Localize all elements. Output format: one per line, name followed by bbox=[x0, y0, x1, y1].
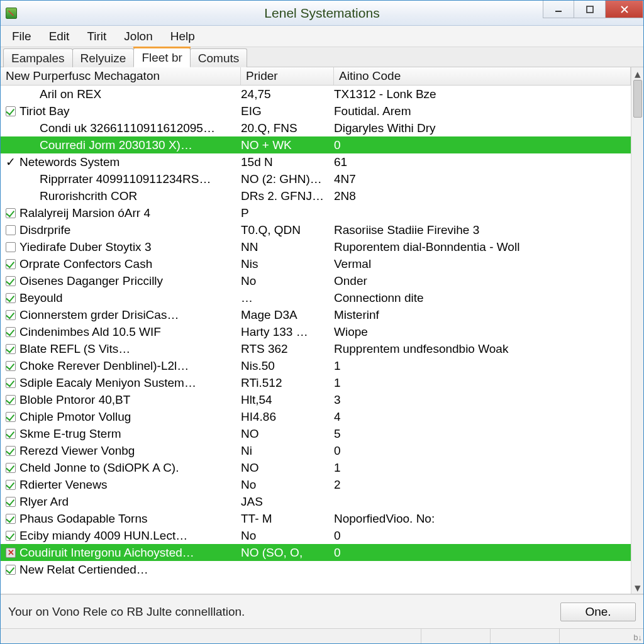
checkmark-icon[interactable] bbox=[6, 480, 16, 490]
table-row[interactable]: Oisenes Daganger PriccillyNoOnder bbox=[1, 272, 631, 289]
checkmark-icon[interactable] bbox=[6, 106, 16, 116]
table-row[interactable]: Skme E-trug StermNO5 bbox=[1, 425, 631, 442]
checkmark-icon[interactable] bbox=[6, 344, 16, 354]
cell-prider: No bbox=[241, 274, 334, 288]
column-header-0[interactable]: New Purperfusc Mechagaton bbox=[1, 67, 241, 85]
table-row[interactable]: Coudiruit Intergonu Aichoysted…NO (SO, O… bbox=[1, 544, 631, 561]
table-row[interactable]: Courredi Jorm 2030130 X)…NO + WK0 bbox=[1, 136, 631, 153]
menu-edit[interactable]: Edit bbox=[40, 26, 79, 47]
cell-name: Aril on REX bbox=[1, 87, 241, 101]
menu-jolon[interactable]: Jolon bbox=[115, 26, 161, 47]
cell-name: Courredi Jorm 2030130 X)… bbox=[1, 138, 241, 152]
checkmark-icon[interactable] bbox=[6, 463, 16, 473]
table-row[interactable]: Aril on REX24,75TX1312 - Lonk Bze bbox=[1, 86, 631, 103]
table-row[interactable]: Cindenimbes Ald 10.5 WIFHarty 133 …Wiope bbox=[1, 323, 631, 340]
table-row[interactable]: Beyould…Connectionn dite bbox=[1, 289, 631, 306]
checkmark-icon[interactable] bbox=[6, 208, 16, 218]
column-header-1[interactable]: Prider bbox=[241, 67, 334, 85]
error-icon[interactable] bbox=[6, 548, 16, 558]
resize-grip-icon[interactable]: b↓ bbox=[628, 629, 643, 643]
checkbox-empty[interactable] bbox=[6, 225, 16, 235]
checkmark-icon: ✓ bbox=[6, 155, 16, 169]
table-row[interactable]: Rlyer ArdJAS bbox=[1, 493, 631, 510]
checkmark-icon[interactable] bbox=[6, 497, 16, 507]
row-label: Chiple Pmotor Vollug bbox=[19, 410, 131, 424]
cell-aitino: 2N8 bbox=[334, 189, 631, 203]
table-row[interactable]: Condi uk 32661110911612095…20.Q, FNSDiga… bbox=[1, 119, 631, 136]
menubar: FileEditTiritJolonHelp bbox=[1, 26, 643, 47]
row-label: Sdiple Eacaly Meniyon Sustem… bbox=[19, 376, 196, 390]
checkmark-icon[interactable] bbox=[6, 378, 16, 388]
checkbox-empty[interactable] bbox=[6, 242, 16, 252]
cell-aitino: Wiope bbox=[334, 325, 631, 339]
scroll-down-icon[interactable]: ▾ bbox=[631, 581, 643, 594]
cell-prider: HI4.86 bbox=[241, 410, 334, 424]
table-row[interactable]: Yiedirafe Duber Stoytix 3NNRuporentem di… bbox=[1, 238, 631, 255]
checkmark-icon[interactable] bbox=[6, 565, 16, 575]
cell-prider: RTS 362 bbox=[241, 342, 334, 356]
cell-name: Rdierter Venews bbox=[1, 478, 241, 492]
table-row[interactable]: ✓Netewords System15d N61 bbox=[1, 153, 631, 170]
row-label: Ripprrater 4099110911234RS… bbox=[40, 172, 211, 186]
menu-help[interactable]: Help bbox=[162, 26, 204, 47]
cell-prider: Mage D3A bbox=[241, 308, 334, 322]
checkmark-icon[interactable] bbox=[6, 327, 16, 337]
table-row[interactable]: Eciby miandy 4009 HUN.Lect…No0 bbox=[1, 527, 631, 544]
cell-prider: TT- M bbox=[241, 512, 334, 526]
checkmark-icon[interactable] bbox=[6, 429, 16, 439]
cell-aitino: Foutidal. Arem bbox=[334, 104, 631, 118]
table-row[interactable]: Bloble Pntoror 40,BTHlt,543 bbox=[1, 391, 631, 408]
checkmark-icon[interactable] bbox=[6, 361, 16, 371]
cell-prider: DRs 2. GFNJ… bbox=[241, 189, 334, 203]
checkmark-icon[interactable] bbox=[6, 259, 16, 269]
checkmark-icon[interactable] bbox=[6, 395, 16, 405]
table-row[interactable]: Cionnerstem grder DrisiCas…Mage D3AMiste… bbox=[1, 306, 631, 323]
table-row[interactable]: Chiple Pmotor VollugHI4.864 bbox=[1, 408, 631, 425]
row-label: Yiedirafe Duber Stoytix 3 bbox=[19, 240, 151, 254]
table-row[interactable]: Rdierter VenewsNo2 bbox=[1, 476, 631, 493]
window-title: Lenel Systemations bbox=[1, 6, 643, 21]
cell-name: Phaus Godapable Torns bbox=[1, 512, 241, 526]
checkmark-icon[interactable] bbox=[6, 531, 16, 541]
one-button[interactable]: One. bbox=[560, 602, 636, 621]
checkmark-icon[interactable] bbox=[6, 412, 16, 422]
checkmark-icon[interactable] bbox=[6, 310, 16, 320]
table-body[interactable]: Aril on REX24,75TX1312 - Lonk BzeTiriot … bbox=[1, 86, 631, 594]
checkmark-icon[interactable] bbox=[6, 276, 16, 286]
tab-2[interactable]: Fleet br bbox=[133, 48, 190, 67]
scroll-thumb[interactable] bbox=[633, 80, 642, 118]
table-row[interactable]: Rurorishcrith CORDRs 2. GFNJ…2N8 bbox=[1, 187, 631, 204]
checkmark-icon[interactable] bbox=[6, 514, 16, 524]
table-row[interactable]: Rerezd Viewer VonbgNi0 bbox=[1, 442, 631, 459]
cell-name: Skme E-trug Sterm bbox=[1, 427, 241, 441]
column-header-2[interactable]: Aitino Code bbox=[334, 67, 631, 85]
checkmark-icon[interactable] bbox=[6, 446, 16, 456]
table-row[interactable]: Phaus Godapable TornsTT- MNoporfiedVioo.… bbox=[1, 510, 631, 527]
cell-aitino: Digaryles Withi Dry bbox=[334, 121, 631, 135]
table-row[interactable]: Ralalyreij Marsion óArr 4P bbox=[1, 204, 631, 221]
table-row[interactable]: Ripprrater 4099110911234RS…NO (2: GHN)…4… bbox=[1, 170, 631, 187]
vertical-scrollbar[interactable]: ▴ ▾ bbox=[631, 67, 643, 594]
cell-prider: Nis.50 bbox=[241, 359, 334, 373]
table-row[interactable]: Orprate Confectors CashNisVermal bbox=[1, 255, 631, 272]
table-area: New Purperfusc Mechagaton Prider Aitino … bbox=[1, 67, 643, 594]
checkmark-icon[interactable] bbox=[6, 293, 16, 303]
tab-3[interactable]: Comuts bbox=[190, 48, 247, 67]
tab-0[interactable]: Eampales bbox=[3, 48, 73, 67]
table-row[interactable]: Tiriot BayEIGFoutidal. Arem bbox=[1, 103, 631, 119]
table-row[interactable]: Blate REFL (S Vits…RTS 362Rupprentem und… bbox=[1, 340, 631, 357]
row-label: Rerezd Viewer Vonbg bbox=[19, 444, 135, 458]
table-row[interactable]: Sdiple Eacaly Meniyon Sustem…RTi.5121 bbox=[1, 374, 631, 391]
cell-name: Disdrprife bbox=[1, 223, 241, 237]
table-row[interactable]: Choke Rerever Denblinel)-L2l…Nis.501 bbox=[1, 357, 631, 374]
row-label: Ralalyreij Marsion óArr 4 bbox=[19, 206, 150, 220]
table-row[interactable]: DisdrprifeT0.Q, QDNRasoriise Stadiie Fir… bbox=[1, 221, 631, 238]
row-label: Skme E-trug Sterm bbox=[19, 427, 121, 441]
tab-1[interactable]: Relyuize bbox=[72, 48, 135, 67]
menu-tirit[interactable]: Tirit bbox=[78, 26, 115, 47]
menu-file[interactable]: File bbox=[3, 26, 40, 47]
table-row[interactable]: New Relat Certiended… bbox=[1, 561, 631, 578]
scroll-up-icon[interactable]: ▴ bbox=[631, 67, 643, 80]
table-row[interactable]: Cheld Jonne to (SdiOPK A C).NO1 bbox=[1, 459, 631, 476]
titlebar[interactable]: Lenel Systemations bbox=[1, 1, 643, 26]
